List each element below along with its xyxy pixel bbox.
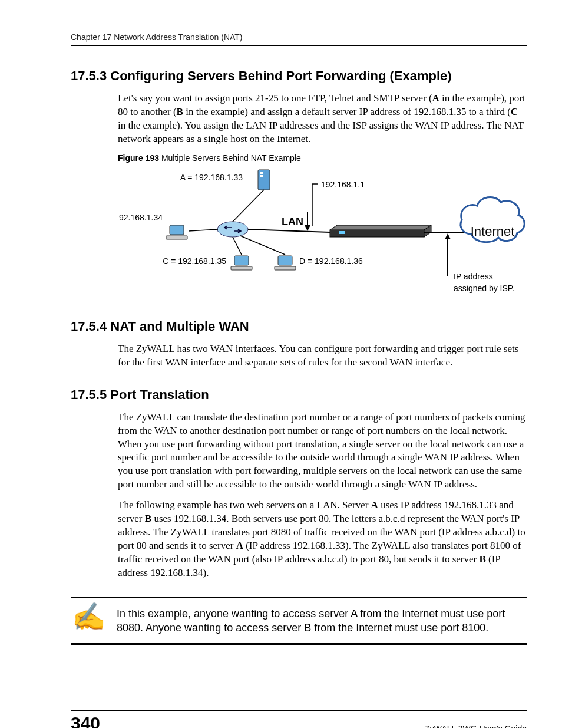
bold-C: C xyxy=(511,106,518,117)
bold-B: B xyxy=(177,106,183,117)
svg-line-13 xyxy=(240,236,285,255)
text-fragment: Let's say you want to assign ports 21-25… xyxy=(118,93,432,104)
text-fragment: The following example has two web server… xyxy=(118,499,371,510)
internet-label: Internet xyxy=(471,224,515,239)
running-header: Chapter 17 Network Address Translation (… xyxy=(71,32,527,46)
para-17-5-5-b: The following example has two web server… xyxy=(118,499,527,580)
svg-rect-6 xyxy=(234,256,249,265)
svg-rect-8 xyxy=(278,256,292,265)
bold-A: A xyxy=(236,540,243,551)
label-d: D = 192.168.1.36 xyxy=(299,256,363,266)
router-icon xyxy=(330,225,431,237)
heading-17-5-3: 17.5.3 Configuring Servers Behind Port F… xyxy=(71,68,527,84)
svg-rect-9 xyxy=(275,266,296,270)
svg-line-20 xyxy=(248,229,330,232)
bold-B: B xyxy=(145,513,151,524)
svg-rect-4 xyxy=(170,225,184,235)
svg-line-10 xyxy=(233,190,264,222)
note-pencil-icon: ✍ xyxy=(71,607,106,628)
svg-rect-2 xyxy=(260,175,263,177)
document-page: Chapter 17 Network Address Translation (… xyxy=(0,0,562,728)
text-fragment: in the example). You assign the LAN IP a… xyxy=(118,120,524,144)
figure-caption: Figure 193 Multiple Servers Behind NAT E… xyxy=(118,153,527,163)
bold-B: B xyxy=(479,554,485,565)
para-17-5-4: The ZyWALL has two WAN interfaces. You c… xyxy=(118,342,527,370)
svg-line-12 xyxy=(233,237,242,255)
figure-193-diagram: A = 192.168.1.33 B = 192.168.1.34 C = 19… xyxy=(118,166,527,301)
heading-17-5-5: 17.5.5 Port Translation xyxy=(71,387,527,403)
isp-text-1: IP address xyxy=(454,272,493,281)
text-fragment: in the example) and assign a default ser… xyxy=(183,106,511,117)
label-b: B = 192.168.1.34 xyxy=(118,213,163,222)
bold-A: A xyxy=(432,93,439,104)
note-block: ✍ In this example, anyone wanting to acc… xyxy=(71,597,527,645)
label-c: C = 192.168.1.35 xyxy=(163,256,226,266)
svg-rect-0 xyxy=(258,170,270,190)
svg-marker-23 xyxy=(445,233,451,239)
svg-rect-1 xyxy=(260,172,263,174)
page-number: 340 xyxy=(71,713,100,728)
svg-rect-7 xyxy=(231,266,252,270)
para-17-5-3: Let's say you want to assign ports 21-25… xyxy=(118,92,527,146)
svg-marker-15 xyxy=(305,225,310,231)
svg-line-11 xyxy=(189,229,218,231)
label-a: A = 192.168.1.33 xyxy=(180,173,243,182)
heading-17-5-4: 17.5.4 NAT and Multiple WAN xyxy=(71,319,527,334)
page-footer: 340 ZyWALL 2WG User's Guide xyxy=(71,710,527,728)
internet-cloud-icon: Internet xyxy=(461,197,524,242)
isp-text-2: assigned by ISP. xyxy=(454,284,514,293)
gateway-ip: 192.168.1.1 xyxy=(321,180,365,189)
para-17-5-5-a: The ZyWALL can translate the destination… xyxy=(118,411,527,492)
figure-title: Multiple Servers Behind NAT Example xyxy=(159,153,301,163)
lan-label: LAN xyxy=(282,216,303,228)
svg-rect-5 xyxy=(166,236,187,239)
svg-marker-17 xyxy=(330,225,431,230)
figure-number: Figure 193 xyxy=(118,153,159,163)
note-text: In this example, anyone wanting to acces… xyxy=(117,607,527,635)
bold-A: A xyxy=(371,499,378,510)
guide-name: ZyWALL 2WG User's Guide xyxy=(425,724,527,728)
svg-rect-19 xyxy=(339,231,345,234)
svg-point-3 xyxy=(217,222,248,237)
